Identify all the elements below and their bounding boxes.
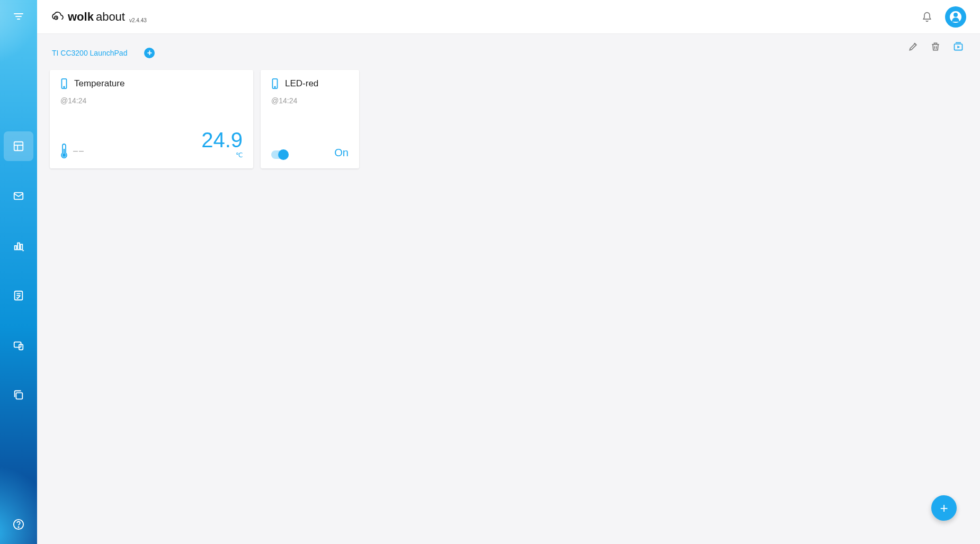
user-avatar[interactable]	[945, 6, 966, 28]
help-icon[interactable]	[13, 519, 24, 530]
svg-point-27	[63, 154, 66, 157]
add-widget-fab[interactable]: +	[931, 495, 957, 521]
svg-rect-9	[21, 244, 23, 249]
edit-icon[interactable]	[908, 41, 919, 52]
temperature-unit: ℃	[201, 151, 243, 159]
brand: wolkabout v2.4.43	[51, 10, 147, 24]
nav-reports[interactable]	[4, 231, 33, 261]
card-title: Temperature	[74, 78, 124, 89]
thermometer-icon: ––	[60, 143, 85, 159]
temperature-value: 24.9	[201, 128, 243, 151]
topbar: wolkabout v2.4.43	[37, 0, 980, 34]
main: wolkabout v2.4.43 TI CC3200 LaunchPad +	[37, 0, 980, 544]
add-tab-button[interactable]: +	[144, 48, 155, 58]
cards: Temperature @14:24 –– 24.9 ℃	[50, 70, 967, 168]
nav-rules[interactable]	[4, 281, 33, 310]
svg-marker-24	[957, 46, 960, 48]
slideshow-icon[interactable]	[952, 41, 964, 52]
sidebar-nav	[4, 131, 33, 410]
brand-logo: wolkabout	[51, 10, 125, 24]
card-timestamp: @14:24	[60, 96, 243, 105]
tabs-row: TI CC3200 LaunchPad +	[50, 43, 967, 63]
svg-point-18	[18, 527, 19, 527]
svg-rect-3	[14, 142, 23, 151]
notifications-icon[interactable]	[916, 6, 938, 28]
temp-trend: ––	[73, 146, 85, 156]
content: TI CC3200 LaunchPad + Temperature	[37, 34, 980, 544]
svg-rect-16	[16, 393, 22, 399]
card-temperature[interactable]: Temperature @14:24 –– 24.9 ℃	[50, 70, 253, 168]
nav-devices[interactable]	[4, 331, 33, 360]
nav-messages[interactable]	[4, 181, 33, 211]
card-title: LED-red	[285, 78, 318, 89]
led-toggle[interactable]	[271, 150, 287, 159]
nav-copy[interactable]	[4, 380, 33, 410]
svg-rect-8	[17, 243, 20, 250]
dashboard-toolbar	[908, 41, 964, 52]
device-icon	[271, 78, 279, 89]
brand-name-bold: wolk	[68, 10, 94, 24]
led-state: On	[334, 147, 349, 159]
delete-icon[interactable]	[930, 41, 941, 52]
svg-rect-7	[15, 246, 17, 249]
card-timestamp: @14:24	[271, 96, 349, 105]
svg-point-30	[274, 86, 275, 87]
tab-active[interactable]: TI CC3200 LaunchPad	[50, 43, 129, 63]
card-led[interactable]: LED-red @14:24 On	[261, 70, 359, 168]
sidebar	[0, 0, 37, 544]
brand-version: v2.4.43	[129, 17, 147, 23]
device-icon	[60, 78, 68, 89]
brand-name-light: about	[96, 10, 125, 24]
menu-toggle-icon[interactable]	[13, 13, 24, 20]
nav-dashboard[interactable]	[4, 131, 33, 161]
svg-point-26	[64, 86, 65, 87]
